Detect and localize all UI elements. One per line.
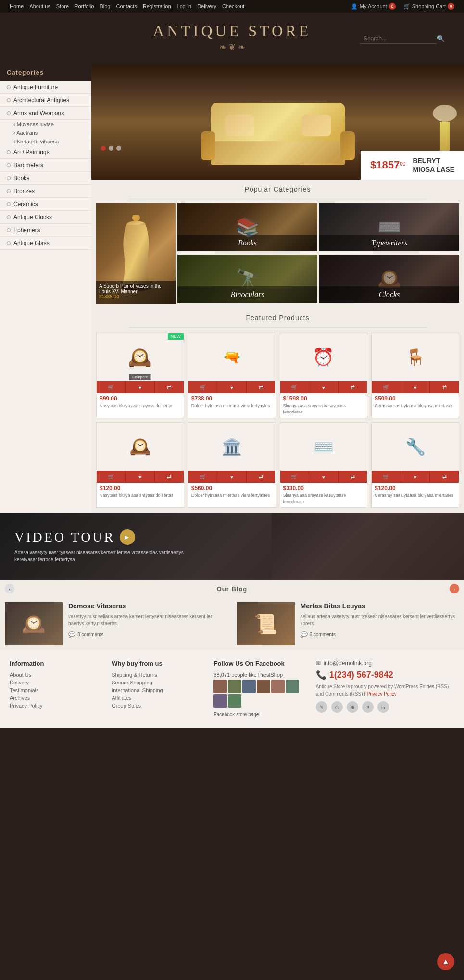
cat-typewriters[interactable]: ⌨️ Typewriters (319, 203, 459, 251)
footer-link-secure[interactable]: Secure Shopping (112, 680, 204, 685)
sidebar-sub-aaetrans[interactable]: Aaetrans (0, 129, 91, 137)
linkedin-icon[interactable]: in (377, 701, 389, 713)
comment-icon-1: 💬 (68, 631, 75, 638)
search-bar: 🔍 (360, 33, 445, 44)
footer-link-privacy[interactable]: Privacy Policy (10, 703, 102, 709)
add-to-cart-btn-2[interactable]: 🛒 (188, 381, 218, 393)
footer-link-group-sales[interactable]: Group Sales (112, 703, 204, 709)
categories-bottom-row: 🔭 Binoculars 🕰️ Clocks (177, 255, 459, 304)
nav-home[interactable]: Home (10, 3, 24, 9)
sidebar-item-ephemera[interactable]: Ephemera (0, 224, 91, 237)
wishlist-btn-1[interactable]: ♥ (126, 381, 155, 393)
blog-post-2-img[interactable]: 📜 (237, 602, 295, 645)
search-input[interactable] (360, 33, 437, 44)
video-tour-subtitle: Artesa vasetyty nasr tyasear niseasares … (14, 549, 207, 563)
nav-registration[interactable]: Registration (143, 3, 171, 9)
hero-dot-3[interactable] (116, 146, 121, 151)
sidebar-item-art[interactable]: Art / Paintings (0, 146, 91, 159)
nav-store[interactable]: Store (56, 3, 69, 9)
sidebar-sub-muyanas[interactable]: Muyanas luytae (0, 120, 91, 129)
cat-featured-label: A Superb Pair of Vases in the Louis XVI … (96, 281, 176, 304)
compare-btn-6[interactable]: ⇄ (247, 471, 276, 483)
add-to-cart-btn-3[interactable]: 🛒 (280, 381, 310, 393)
blog-prev-arrow[interactable]: ‹ (5, 584, 14, 593)
sidebar-dot (7, 215, 11, 219)
compare-btn-8[interactable]: ⇄ (430, 471, 459, 483)
fb-page-link[interactable]: Facebook store page (213, 712, 259, 717)
product-desc-6: Doloer hytraasa miertasa viera lertyaste… (188, 492, 276, 502)
sidebar-item-architectural[interactable]: Architectural Antiques (0, 94, 91, 107)
cat-binoculars[interactable]: 🔭 Binoculars (177, 255, 317, 303)
sidebar-item-furniture[interactable]: Antique Furniture (0, 81, 91, 94)
wishlist-btn-2[interactable]: ♥ (217, 381, 247, 393)
cat-books[interactable]: 📚 Books (177, 203, 317, 251)
blog-post-1-title[interactable]: Demose Vitaseras (68, 602, 227, 610)
add-to-cart-btn-6[interactable]: 🛒 (188, 471, 218, 483)
hero-dot-1[interactable] (101, 146, 106, 151)
pinterest-icon[interactable]: P (362, 701, 374, 713)
compare-btn-1[interactable]: ⇄ (155, 381, 184, 393)
rss-icon[interactable]: ⊕ (347, 701, 358, 713)
wishlist-btn-4[interactable]: ♥ (401, 381, 430, 393)
shopping-cart[interactable]: 🛒 Shopping Cart 0 (403, 3, 454, 10)
sidebar-item-bronzes[interactable]: Bronzes (0, 185, 91, 198)
footer-link-archives[interactable]: Archives (10, 695, 102, 701)
add-to-cart-btn-4[interactable]: 🛒 (372, 381, 401, 393)
add-to-cart-btn-5[interactable]: 🛒 (97, 471, 126, 483)
twitter-icon[interactable]: 𝕏 (316, 701, 327, 713)
nav-about[interactable]: About us (29, 3, 50, 9)
sidebar-item-barometers[interactable]: Barometers (0, 159, 91, 172)
sidebar-item-ceramics[interactable]: Ceramics (0, 198, 91, 211)
nav-blog[interactable]: Blog (100, 3, 110, 9)
nav-contacts[interactable]: Contacts (116, 3, 137, 9)
sidebar-item-books[interactable]: Books (0, 172, 91, 185)
blog-post-2-title[interactable]: Mertas Bitas Leuyas (301, 602, 460, 610)
sidebar-sub-kertaerfe[interactable]: Kertaerfe-vitraesa (0, 137, 91, 146)
sidebar-item-arms[interactable]: Arms and Weapons (0, 107, 91, 120)
footer-link-delivery[interactable]: Delivery (10, 680, 102, 685)
cat-clocks[interactable]: 🕰️ Clocks (319, 255, 459, 303)
add-to-cart-btn-7[interactable]: 🛒 (280, 471, 310, 483)
compare-btn-4[interactable]: ⇄ (430, 381, 459, 393)
cat-featured-vase[interactable]: A Superb Pair of Vases in the Louis XVI … (96, 203, 176, 304)
privacy-policy-link[interactable]: Privacy Policy (367, 691, 397, 696)
blog-post-2-comments[interactable]: 💬 6 comments (301, 631, 460, 638)
nav-portfolio[interactable]: Portfolio (75, 3, 94, 9)
video-tour-section: Video Tour ▶ Artesa vasetyty nasr tyasea… (0, 513, 464, 580)
add-to-cart-btn-8[interactable]: 🛒 (372, 471, 401, 483)
add-to-cart-btn-1[interactable]: 🛒 (97, 381, 126, 393)
product-card-2: 🔫 🛒 ♥ ⇄ $738.00 Doloer hytraasa miertasa… (188, 333, 276, 418)
compare-btn-5[interactable]: ⇄ (155, 471, 184, 483)
nav-login[interactable]: Log In (177, 3, 192, 9)
hero-slider[interactable]: $185700 BEURYT MIOSA LASE (91, 64, 464, 180)
blog-post-1-img[interactable]: 🕰️ (5, 602, 63, 645)
wishlist-btn-3[interactable]: ♥ (309, 381, 339, 393)
compare-btn-2[interactable]: ⇄ (247, 381, 276, 393)
play-button[interactable]: ▶ (120, 529, 135, 545)
footer-link-testimonials[interactable]: Testimonials (10, 687, 102, 693)
nav-checkout[interactable]: Checkout (222, 3, 244, 9)
compare-btn-7[interactable]: ⇄ (339, 471, 367, 483)
google-plus-icon[interactable]: G (331, 701, 343, 713)
my-account[interactable]: 👤 My Account 0 (351, 3, 396, 10)
footer-link-about[interactable]: About Us (10, 672, 102, 678)
wishlist-btn-7[interactable]: ♥ (309, 471, 339, 483)
wishlist-btn-6[interactable]: ♥ (217, 471, 247, 483)
footer-link-affiliates[interactable]: Affiliates (112, 695, 204, 701)
blog-post-1-comments[interactable]: 💬 3 comments (68, 631, 227, 638)
product-img-6: 🏛️ (188, 423, 276, 471)
wishlist-btn-5[interactable]: ♥ (126, 471, 155, 483)
footer-link-international[interactable]: International Shipping (112, 687, 204, 693)
search-button[interactable]: 🔍 (437, 35, 445, 42)
nav-delivery[interactable]: Delivery (197, 3, 216, 9)
product-typewriter-icon: ⌨️ (314, 437, 334, 456)
compare-btn-3[interactable]: ⇄ (339, 381, 367, 393)
sidebar-item-clocks[interactable]: Antique Clocks (0, 211, 91, 224)
product-price-8: $120.00 (372, 483, 459, 492)
footer-link-shipping[interactable]: Shipping & Returns (112, 672, 204, 678)
hero-dot-2[interactable] (109, 146, 113, 151)
compare-badge[interactable]: Compare (129, 374, 151, 380)
sidebar-item-glass[interactable]: Antique Glass (0, 237, 91, 250)
wishlist-btn-8[interactable]: ♥ (401, 471, 430, 483)
blog-next-arrow[interactable]: › (450, 584, 459, 593)
